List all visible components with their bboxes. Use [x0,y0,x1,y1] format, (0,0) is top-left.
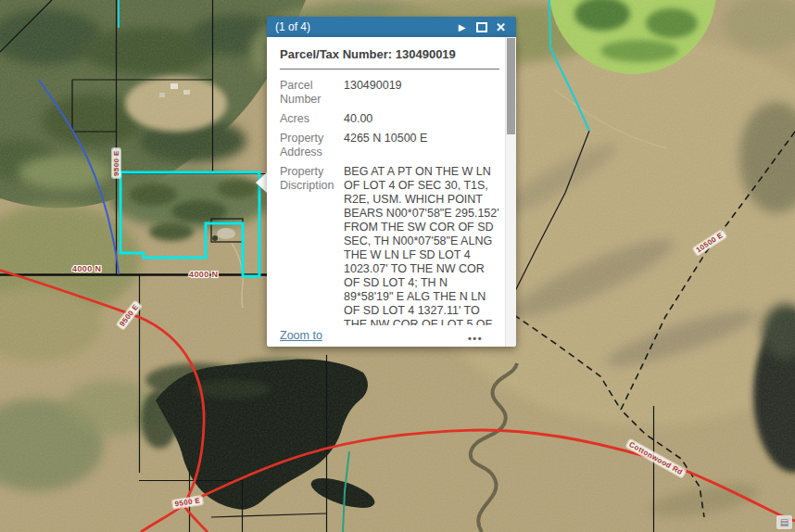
popup-fields: Parcel Number 130490019 Acres 40.00 Prop… [280,79,499,326]
attribution-icon[interactable]: ▤ [776,515,792,529]
field-row: Property Discription BEG AT A PT ON THE … [280,165,499,326]
field-row: Parcel Number 130490019 [280,79,499,107]
field-label: Property Address [280,132,339,159]
field-row: Acres 40.00 [280,112,499,126]
popup-pointer [256,172,267,193]
field-label: Parcel Number [280,79,339,107]
next-feature-icon[interactable]: ▶ [452,17,472,37]
field-value: 130490019 [344,79,499,107]
maximize-icon[interactable] [472,17,491,37]
popup-scrollbar-thumb[interactable] [507,38,515,134]
popup-scrollbar-track[interactable] [505,37,516,347]
field-label: Property Discription [280,165,339,326]
popup-pagination: (1 of 4) [275,20,310,33]
field-value: BEG AT A PT ON THE W LN OF LOT 4 OF SEC … [344,165,499,326]
more-options-icon[interactable]: ••• [468,333,483,344]
close-icon[interactable]: ✕ [491,17,511,37]
popup-content: Parcel/Tax Number: 130490019 Parcel Numb… [267,37,516,326]
field-value: 40.00 [344,112,499,126]
popup-title: Parcel/Tax Number: 130490019 [280,44,499,70]
feature-popup: (1 of 4) ▶ ✕ Parcel/Tax Number: 13049001… [267,17,516,347]
popup-body: Parcel/Tax Number: 130490019 Parcel Numb… [267,37,516,347]
field-row: Property Address 4265 N 10500 E [280,132,499,159]
popup-footer: Zoom to ••• [267,325,505,347]
popup-header[interactable]: (1 of 4) ▶ ✕ [267,17,516,37]
maximize-glyph [476,22,487,32]
field-value: 4265 N 10500 E [344,132,499,159]
field-label: Acres [280,112,339,126]
map-viewport[interactable]: 4000 N 4000 N 9500 E 9500 E 9500 E Cotto… [0,0,795,532]
zoom-to-link[interactable]: Zoom to [280,329,322,342]
